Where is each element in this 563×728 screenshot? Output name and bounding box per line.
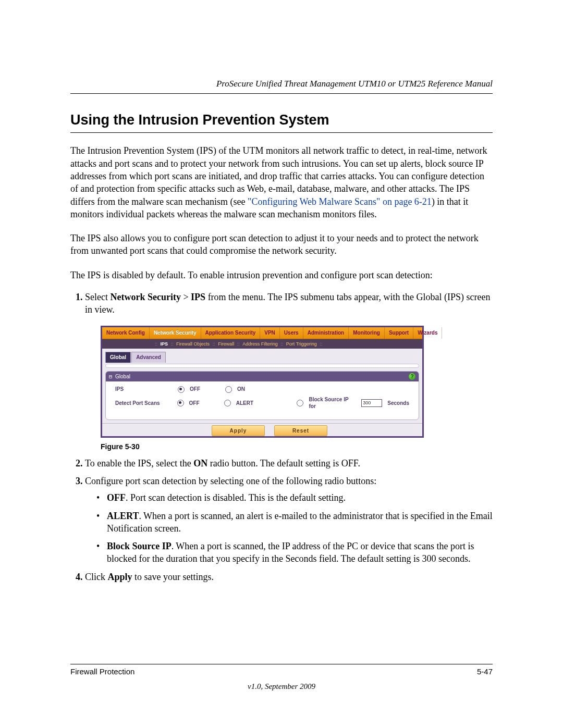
- tab-administration[interactable]: Administration: [303, 327, 349, 339]
- tab-wizards[interactable]: Wizards: [413, 327, 442, 339]
- apply-button[interactable]: Apply: [212, 425, 265, 437]
- seconds-input[interactable]: [361, 399, 382, 407]
- option-off: OFF: [189, 400, 219, 407]
- tab-users[interactable]: Users: [280, 327, 303, 339]
- help-icon[interactable]: ?: [409, 373, 415, 380]
- menu-path-part: Network Security: [110, 292, 180, 302]
- step-1: Select Network Security > IPS from the m…: [85, 291, 493, 452]
- sep-icon: ::: [237, 341, 240, 347]
- cross-ref-link[interactable]: "Configuring Web Malware Scans" on page …: [248, 196, 432, 207]
- heading-rule: [70, 132, 493, 133]
- footer-section-name: Firewall Protection: [70, 667, 134, 677]
- section-heading: Using the Intrusion Prevention System: [70, 110, 493, 129]
- option-block-source-ip: Block Source IP for: [309, 396, 356, 410]
- utm-inner-tabs: Global Advanced: [105, 352, 419, 363]
- reset-button[interactable]: Reset: [274, 425, 327, 437]
- panel-rows: IPS OFF ON Detect Port Scans OFF: [106, 381, 419, 414]
- bold-apply: Apply: [108, 572, 132, 582]
- intro-paragraph-1: The Intrusion Prevention System (IPS) of…: [70, 144, 493, 220]
- radio-dps-off[interactable]: [177, 400, 184, 406]
- global-panel: ⊟ Global ? IPS OFF ON: [105, 371, 419, 420]
- bold: Block Source IP: [107, 541, 172, 551]
- row-label: IPS: [115, 386, 173, 393]
- option-alert: ALERT: [236, 400, 266, 407]
- menu-sep: >: [181, 292, 191, 302]
- sep-icon: ::: [154, 341, 158, 347]
- row-label: Detect Port Scans: [115, 400, 172, 407]
- sep-icon: ::: [280, 341, 284, 347]
- utm-separator: [105, 364, 419, 368]
- text: Click: [85, 572, 108, 582]
- step-3: Configure port scan detection by selecti…: [85, 475, 493, 565]
- radio-dps-block[interactable]: [297, 400, 303, 406]
- footer-line-1: Firewall Protection 5-47: [70, 667, 493, 677]
- radio-ips-on[interactable]: [225, 386, 232, 393]
- text: to save your settings.: [132, 572, 214, 582]
- subtab-port-triggering[interactable]: Port Triggering: [285, 341, 318, 347]
- panel-title: ⊟ Global: [109, 373, 130, 380]
- step-3-bullets: OFF. Port scan detection is disabled. Th…: [96, 491, 493, 565]
- bold: OFF: [107, 492, 126, 503]
- panel-header: ⊟ Global ?: [106, 372, 419, 382]
- option-off: OFF: [190, 386, 220, 393]
- tab-vpn[interactable]: VPN: [260, 327, 280, 339]
- page-footer: Firewall Protection 5-47 v1.0, September…: [70, 664, 493, 692]
- innertab-advanced[interactable]: Advanced: [131, 352, 166, 363]
- step-4: Click Apply to save your settings.: [85, 571, 493, 583]
- menu-path-part: IPS: [191, 292, 205, 302]
- tab-application-security[interactable]: Application Security: [201, 327, 261, 339]
- sep-icon: ::: [170, 341, 174, 347]
- radio-ips-off[interactable]: [178, 386, 185, 393]
- tab-monitoring[interactable]: Monitoring: [349, 327, 385, 339]
- utm-action-bar: Apply Reset: [102, 423, 422, 436]
- collapse-icon[interactable]: ⊟: [109, 374, 115, 379]
- bold: ALERT: [107, 511, 139, 521]
- row-detect-port-scans: Detect Port Scans OFF ALERT Block Source…: [115, 396, 409, 410]
- footer-version: v1.0, September 2009: [70, 681, 493, 692]
- seconds-label: Seconds: [387, 400, 409, 407]
- bullet-off: OFF. Port scan detection is disabled. Th…: [96, 491, 493, 504]
- intro-paragraph-2: The IPS also allows you to configure por…: [70, 232, 493, 257]
- bold-on: ON: [193, 458, 207, 468]
- utm-window: Network Config Network Security Applicat…: [101, 326, 424, 438]
- option-on: ON: [237, 386, 267, 393]
- steps-list: Select Network Security > IPS from the m…: [70, 291, 493, 583]
- radio-dps-alert[interactable]: [224, 400, 231, 406]
- subtab-firewall-objects[interactable]: Firewall Objects: [175, 341, 211, 347]
- row-ips: IPS OFF ON: [115, 386, 409, 393]
- header-rule: [70, 93, 493, 94]
- figure-caption: Figure 5-30: [101, 442, 493, 452]
- manual-page: ProSecure Unified Threat Management UTM1…: [0, 0, 563, 728]
- intro-paragraph-3: The IPS is disabled by default. To enabl…: [70, 269, 493, 281]
- utm-main-tabs: Network Config Network Security Applicat…: [102, 327, 422, 340]
- footer-page-number: 5-47: [477, 667, 493, 677]
- bullet-alert: ALERT. When a port is scanned, an alert …: [96, 510, 493, 535]
- tab-network-security[interactable]: Network Security: [150, 327, 201, 339]
- figure-screenshot: Network Config Network Security Applicat…: [101, 326, 493, 438]
- bullet-block: Block Source IP. When a port is scanned,…: [96, 540, 493, 565]
- text: To enable the IPS, select the: [85, 458, 193, 468]
- utm-sub-tabs: :: IPS :: Firewall Objects :: Firewall :…: [102, 339, 422, 349]
- tab-support[interactable]: Support: [385, 327, 413, 339]
- text: Select: [85, 292, 110, 302]
- running-header: ProSecure Unified Threat Management UTM1…: [70, 78, 493, 90]
- subtab-ips[interactable]: IPS: [160, 341, 169, 347]
- text: . When a port is scanned, an alert is e-…: [107, 511, 493, 534]
- subtab-address-filtering[interactable]: Address Filtering: [241, 341, 279, 347]
- tab-network-config[interactable]: Network Config: [102, 327, 150, 339]
- sep-icon: ::: [319, 341, 323, 347]
- text: Configure port scan detection by selecti…: [85, 476, 376, 486]
- utm-body: Global Advanced ⊟ Global ?: [102, 349, 422, 420]
- panel-title-text: Global: [115, 374, 130, 379]
- step-2: To enable the IPS, select the ON radio b…: [85, 457, 493, 470]
- subtab-firewall[interactable]: Firewall: [217, 341, 235, 347]
- text: radio button. The default setting is OFF…: [207, 458, 360, 468]
- sep-icon: ::: [212, 341, 216, 347]
- footer-rule: [70, 664, 493, 664]
- text: . Port scan detection is disabled. This …: [126, 492, 346, 503]
- innertab-global[interactable]: Global: [105, 352, 131, 363]
